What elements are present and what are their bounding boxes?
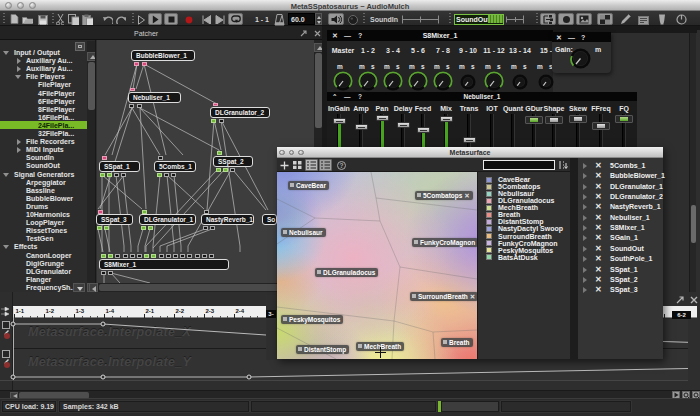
svg-text:?: ? <box>340 161 344 168</box>
